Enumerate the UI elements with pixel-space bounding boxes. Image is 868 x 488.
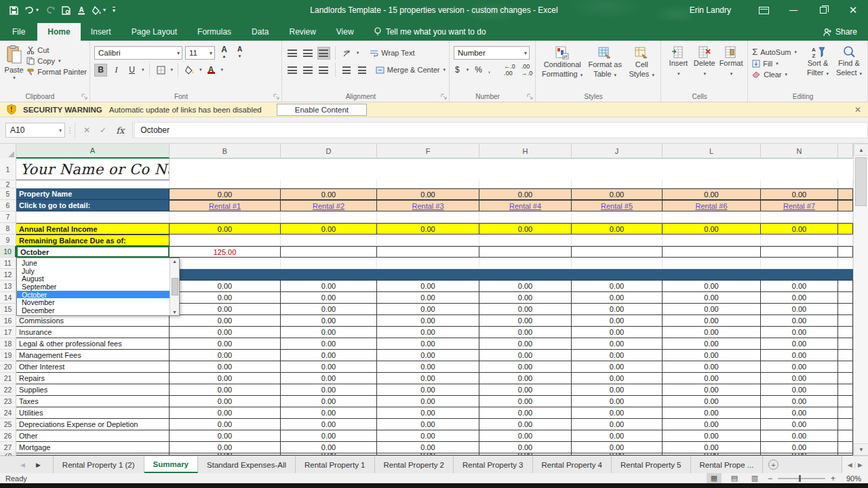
clear-button[interactable]: Clear ▾ xyxy=(752,70,797,79)
cell-N26[interactable]: 0.00 xyxy=(761,430,838,442)
format-cells-button[interactable]: Format▾ xyxy=(717,43,745,78)
currency-button[interactable]: $ xyxy=(455,65,460,75)
print-preview-icon[interactable] xyxy=(62,6,71,15)
ribbon-tab-view[interactable]: View xyxy=(326,23,364,41)
dropdown-scroll-thumb[interactable] xyxy=(172,278,178,296)
cell-L5[interactable]: 0.00 xyxy=(663,188,761,200)
cell-L22[interactable]: 0.00 xyxy=(663,384,761,396)
font-color-icon[interactable]: A xyxy=(77,6,85,15)
undo-caret-icon[interactable]: ▾ xyxy=(36,7,39,13)
cell-N21[interactable]: 0.00 xyxy=(761,373,838,384)
cell-L10[interactable] xyxy=(663,246,761,258)
cell-N11[interactable] xyxy=(761,258,838,269)
cell-B25[interactable]: 0.00 xyxy=(170,419,281,430)
cell-H17[interactable]: 0.00 xyxy=(479,327,572,338)
cell-F7[interactable] xyxy=(377,211,479,223)
cell-H12[interactable] xyxy=(479,269,572,281)
percent-button[interactable]: % xyxy=(475,65,482,75)
cell-F21[interactable]: 0.00 xyxy=(377,373,479,384)
customize-qat-icon[interactable]: ▾ xyxy=(113,7,115,14)
column-header-J[interactable]: J xyxy=(572,144,663,159)
cell-H20[interactable]: 0.00 xyxy=(479,361,572,373)
align-left-button[interactable] xyxy=(286,64,299,77)
cell-L20[interactable]: 0.00 xyxy=(663,361,761,373)
cell-D19[interactable]: 0.00 xyxy=(281,350,377,361)
row-header-15[interactable]: 15 xyxy=(0,304,16,315)
cell-A19[interactable]: Management Fees xyxy=(16,350,170,361)
font-size-select[interactable]: 11▾ xyxy=(185,46,215,60)
cell-B7[interactable] xyxy=(170,211,281,223)
cell-N19[interactable]: 0.00 xyxy=(761,350,838,361)
fill-color-icon[interactable]: ▾ xyxy=(92,6,106,15)
bold-button[interactable]: B xyxy=(94,64,107,77)
formula-input[interactable]: October xyxy=(134,122,868,138)
zoom-percent[interactable]: 90% xyxy=(841,474,861,483)
row-header-22[interactable]: 22 xyxy=(0,384,16,396)
enable-content-button[interactable]: Enable Content xyxy=(277,104,367,116)
cell-L15[interactable]: 0.00 xyxy=(663,304,761,315)
format-as-table-button[interactable]: Format asTable ▾ xyxy=(585,43,625,79)
decrease-indent-button[interactable] xyxy=(340,64,353,77)
cell-partial-22[interactable] xyxy=(838,384,853,396)
cell-D23[interactable]: 0.00 xyxy=(281,396,377,407)
row-header-7[interactable]: 7 xyxy=(0,211,16,223)
format-painter-button[interactable]: Format Painter xyxy=(26,68,87,76)
cell-L17[interactable]: 0.00 xyxy=(663,327,761,338)
cell-D6[interactable]: Rental #2 xyxy=(281,200,377,211)
cell-J21[interactable]: 0.00 xyxy=(572,373,663,384)
cell-F5[interactable]: 0.00 xyxy=(377,188,479,200)
row-1-rest[interactable] xyxy=(170,159,853,180)
cell-J9[interactable] xyxy=(572,235,663,246)
cell-F20[interactable]: 0.00 xyxy=(377,361,479,373)
column-header-N[interactable]: N xyxy=(761,144,838,159)
cell-D11[interactable] xyxy=(281,258,377,269)
cell-N9[interactable] xyxy=(761,235,838,246)
ribbon-tab-review[interactable]: Review xyxy=(279,23,326,41)
increase-font-button[interactable]: A▲ xyxy=(218,47,231,60)
name-box-caret-icon[interactable]: ▾ xyxy=(59,127,64,134)
cell-B8[interactable]: 0.00 xyxy=(170,223,281,235)
cell-N5[interactable]: 0.00 xyxy=(761,188,838,200)
tab-scroll-left-icon[interactable]: ◀ xyxy=(20,462,25,468)
cell-L16[interactable]: 0.00 xyxy=(663,315,761,327)
cell-L8[interactable]: 0.00 xyxy=(663,223,761,235)
cell-F15[interactable]: 0.00 xyxy=(377,304,479,315)
zoom-slider-thumb[interactable] xyxy=(799,475,801,482)
cell-N12[interactable] xyxy=(761,269,838,281)
cell-H10[interactable] xyxy=(479,246,572,258)
row-header-6[interactable]: 6 xyxy=(0,200,16,211)
cell-F18[interactable]: 0.00 xyxy=(377,338,479,350)
page-layout-view-button[interactable]: ▤ xyxy=(727,473,742,483)
cell-F16[interactable]: 0.00 xyxy=(377,315,479,327)
sheet-tab-rental-property-1[interactable]: Rental Property 1 xyxy=(296,456,375,473)
cell-L19[interactable]: 0.00 xyxy=(663,350,761,361)
cell-D10[interactable] xyxy=(281,246,377,258)
cell-L7[interactable] xyxy=(663,211,761,223)
cell-partial-17[interactable] xyxy=(838,327,853,338)
cell-A1[interactable]: Your Name or Co Name xyxy=(16,159,170,180)
cell-H19[interactable]: 0.00 xyxy=(479,350,572,361)
cell-A2[interactable] xyxy=(16,180,170,188)
comma-button[interactable]: , xyxy=(488,65,490,75)
align-bottom-button[interactable] xyxy=(317,47,330,60)
cell-F17[interactable]: 0.00 xyxy=(377,327,479,338)
autosum-button[interactable]: Σ AutoSum ▾ xyxy=(752,47,797,57)
sheet-tab-rental-property-5[interactable]: Rental Property 5 xyxy=(612,456,691,473)
rental-link-4[interactable]: Rental #4 xyxy=(509,202,541,210)
find-select-button[interactable]: Find &Select ▾ xyxy=(833,43,865,78)
cell-A16[interactable]: Commissions xyxy=(16,315,170,327)
cell-D9[interactable] xyxy=(281,235,377,246)
column-header-F[interactable]: F xyxy=(377,144,479,159)
cell-D26[interactable]: 0.00 xyxy=(281,430,377,442)
rental-link-3[interactable]: Rental #3 xyxy=(412,202,443,210)
cell-J14[interactable]: 0.00 xyxy=(572,292,663,304)
cell-D5[interactable]: 0.00 xyxy=(281,188,377,200)
cell-partial-25[interactable] xyxy=(838,419,853,430)
cell-H24[interactable]: 0.00 xyxy=(479,407,572,419)
undo-button[interactable]: ▾ xyxy=(25,6,39,14)
cell-B24[interactable]: 0.00 xyxy=(170,407,281,419)
number-dialog-launcher-icon[interactable] xyxy=(527,94,533,100)
insert-function-icon[interactable]: fx xyxy=(116,125,124,136)
cell-D25[interactable]: 0.00 xyxy=(281,419,377,430)
cell-H18[interactable]: 0.00 xyxy=(479,338,572,350)
